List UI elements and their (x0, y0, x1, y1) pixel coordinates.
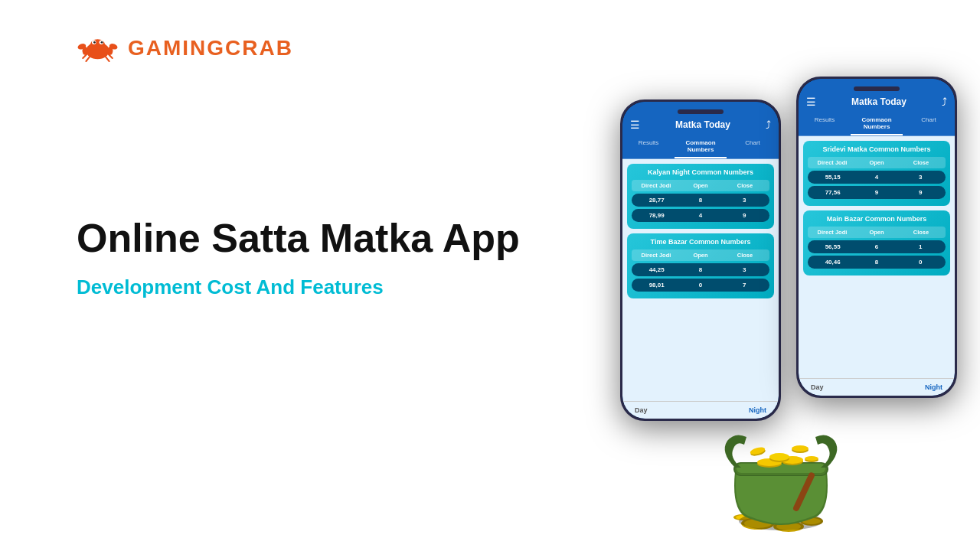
section-4-mainbazar: Main Bazar Common Numbers Direct Jodi Op… (803, 210, 950, 276)
svg-point-1 (90, 39, 105, 50)
row-3-2-open: 9 (854, 189, 898, 196)
row-3-1-jodi: 55,15 (811, 174, 854, 181)
svg-point-37 (805, 456, 818, 461)
hamburger-icon-2: ☰ (806, 96, 816, 108)
main-text-area: Online Satta Matka App Development Cost … (77, 214, 520, 299)
row-2-1-jodi: 44,25 (635, 266, 678, 273)
svg-point-5 (101, 41, 103, 44)
row-4-1-close: 1 (899, 243, 942, 250)
col-direct-jodi-3: Direct Jodi (810, 159, 854, 166)
row-1-1-jodi: 28,77 (635, 197, 678, 204)
svg-line-13 (105, 56, 109, 61)
tab-results-2[interactable]: Results (799, 112, 851, 135)
table-header-1: Direct Jodi Open Close (632, 180, 769, 191)
row-4-2-jodi: 40,46 (811, 259, 854, 266)
table-row-1-2: 78,99 4 9 (632, 209, 769, 222)
row-1-2-open: 4 (678, 212, 722, 219)
section-3-title: Sridevi Matka Common Numbers (808, 145, 946, 153)
phone-1-tabs: Results Commaon Numbers Chart (622, 135, 779, 159)
row-1-1-open: 8 (678, 197, 722, 204)
day-tab-2[interactable]: Day (811, 383, 824, 391)
phone-2-content: Sridevi Matka Common Numbers Direct Jodi… (799, 136, 955, 378)
col-direct-jodi-2: Direct Jodi (634, 252, 678, 259)
hamburger-icon-1: ☰ (630, 119, 640, 131)
logo-area: GAMINGCRAB (77, 31, 293, 65)
tab-common-2[interactable]: Commaon Numbers (851, 112, 903, 135)
row-4-1-open: 6 (854, 243, 898, 250)
phone-2-title: Matka Today (816, 96, 942, 107)
col-close-3: Close (899, 159, 943, 166)
section-2-title: Time Bazar Common Numbers (632, 238, 769, 246)
row-3-2-jodi: 77,56 (811, 189, 854, 196)
phone-1-content: Kalyan Night Common Numbers Direct Jodi … (622, 159, 779, 401)
table-row-3-2: 77,56 9 9 (808, 186, 946, 199)
col-open-3: Open (854, 159, 899, 166)
table-row-1-1: 28,77 8 3 (632, 194, 769, 207)
col-direct-jodi-1: Direct Jodi (634, 182, 678, 189)
row-2-2-jodi: 98,01 (635, 282, 678, 289)
table-row-2-2: 98,01 0 7 (632, 279, 769, 292)
svg-line-11 (86, 56, 90, 61)
phone-2-header: ☰ Matka Today ⤴ (799, 79, 955, 112)
phone-2-tabs: Results Commaon Numbers Chart (799, 112, 955, 136)
col-direct-jodi-4: Direct Jodi (810, 229, 854, 236)
phones-container: ☰ Matka Today ⤴ Results Commaon Numbers … (620, 99, 957, 421)
day-tab-1[interactable]: Day (635, 406, 648, 414)
row-1-2-close: 9 (723, 212, 766, 219)
table-row-4-2: 40,46 8 0 (808, 256, 946, 269)
row-3-2-close: 9 (899, 189, 942, 196)
crab-icon (77, 31, 119, 65)
main-title: Online Satta Matka App (77, 214, 520, 262)
section-4-title: Main Bazar Common Numbers (808, 215, 946, 223)
section-1-title: Kalyan Night Common Numbers (632, 168, 769, 176)
phone-1: ☰ Matka Today ⤴ Results Commaon Numbers … (620, 99, 781, 421)
row-4-2-open: 8 (854, 259, 898, 266)
phone-2-bottom: Day Night (799, 378, 955, 396)
phone-1-title: Matka Today (640, 119, 766, 130)
tab-chart-1[interactable]: Chart (727, 135, 779, 158)
row-4-1-jodi: 56,55 (811, 243, 854, 250)
col-close-4: Close (899, 229, 943, 236)
phone-2: ☰ Matka Today ⤴ Results Commaon Numbers … (796, 77, 957, 398)
svg-point-31 (769, 453, 789, 461)
row-2-2-open: 0 (678, 282, 722, 289)
section-3-sridevi: Sridevi Matka Common Numbers Direct Jodi… (803, 141, 950, 206)
row-2-2-close: 7 (723, 282, 766, 289)
svg-rect-25 (737, 464, 825, 473)
row-2-1-close: 3 (723, 266, 766, 273)
logo-text: GAMINGCRAB (128, 36, 293, 60)
col-open-4: Open (854, 229, 899, 236)
night-tab-2[interactable]: Night (925, 383, 942, 391)
col-close-2: Close (723, 252, 767, 259)
row-3-1-open: 4 (854, 174, 898, 181)
table-row-3-1: 55,15 4 3 (808, 171, 946, 184)
col-close-1: Close (723, 182, 767, 189)
section-1-kalyan: Kalyan Night Common Numbers Direct Jodi … (627, 164, 774, 229)
table-row-2-1: 44,25 8 3 (632, 263, 769, 276)
row-2-1-open: 8 (678, 266, 722, 273)
phone-1-header: ☰ Matka Today ⤴ (622, 102, 779, 135)
col-open-2: Open (678, 252, 723, 259)
share-icon-1: ⤴ (766, 119, 771, 131)
tab-results-1[interactable]: Results (622, 135, 675, 158)
section-2-timebazar: Time Bazar Common Numbers Direct Jodi Op… (627, 233, 774, 298)
col-open-1: Open (678, 182, 723, 189)
tab-common-1[interactable]: Commaon Numbers (675, 135, 727, 158)
row-1-1-close: 3 (723, 197, 766, 204)
table-header-3: Direct Jodi Open Close (808, 157, 946, 168)
gold-pot (712, 395, 850, 536)
main-subtitle: Development Cost And Features (77, 276, 520, 299)
svg-point-33 (792, 445, 808, 452)
row-3-1-close: 3 (899, 174, 942, 181)
row-4-2-close: 0 (899, 259, 942, 266)
table-header-4: Direct Jodi Open Close (808, 227, 946, 238)
svg-point-4 (93, 41, 96, 44)
row-1-2-jodi: 78,99 (635, 212, 678, 219)
table-header-2: Direct Jodi Open Close (632, 249, 769, 261)
table-row-4-1: 56,55 6 1 (808, 240, 946, 253)
tab-chart-2[interactable]: Chart (903, 112, 955, 135)
share-icon-2: ⤴ (942, 96, 947, 108)
